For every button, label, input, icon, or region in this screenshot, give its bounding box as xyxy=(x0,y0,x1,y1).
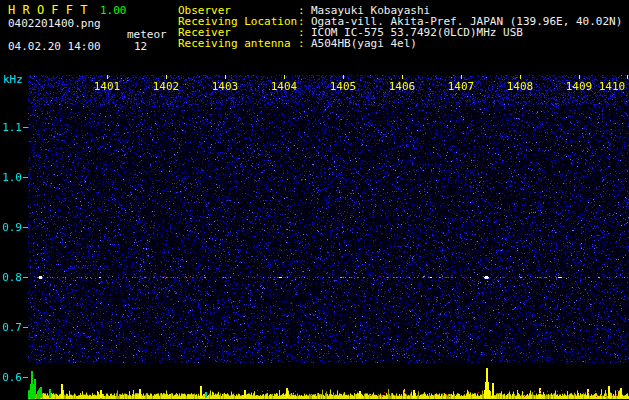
app-version: 1.00 xyxy=(100,4,127,17)
signal-level-strip-canvas xyxy=(28,363,629,400)
station-info: Observer : Masayuki Kobayashi Receiving … xyxy=(178,5,622,49)
echo-count: 12 xyxy=(134,40,147,53)
freq-axis-unit: kHz xyxy=(3,73,23,86)
info-value: A504HB(yagi 4el) xyxy=(311,38,417,49)
info-separator: : xyxy=(298,38,311,49)
freq-tick-label: 1.0 xyxy=(2,171,22,184)
info-row-antenna: Receiving antenna : A504HB(yagi 4el) xyxy=(178,38,622,49)
spectrogram-canvas xyxy=(28,75,629,363)
observation-datetime: 04.02.20 14:00 xyxy=(8,40,101,53)
info-label: Receiving antenna xyxy=(178,38,298,49)
freq-tick-label: 0.9 xyxy=(2,221,22,234)
hrofft-output-screen: H R O F F T 1.00 0402201400.png meteor 0… xyxy=(0,0,629,400)
output-filename: 0402201400.png xyxy=(8,17,101,30)
freq-tick-label: 0.8 xyxy=(2,271,22,284)
freq-tick-label: 0.6 xyxy=(2,371,22,384)
app-title: H R O F F T xyxy=(8,3,87,17)
freq-tick-label: 1.1 xyxy=(2,121,22,134)
freq-tick-label: 0.7 xyxy=(2,321,22,334)
